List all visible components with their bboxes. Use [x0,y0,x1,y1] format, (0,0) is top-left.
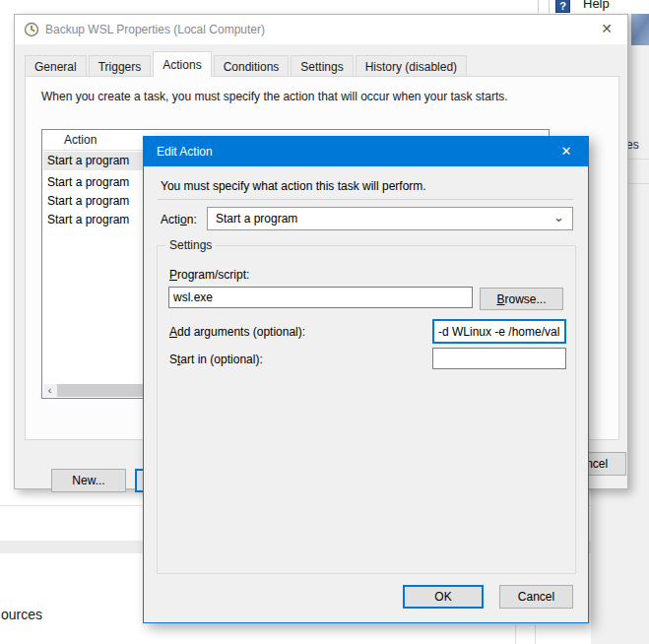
start-in-label: Start in (optional): [169,353,263,366]
add-arguments-label: Add arguments (optional): [169,325,305,339]
settings-groupbox-legend: Settings [165,238,216,252]
action-type-value: Start a program [216,212,297,225]
toolbar-separator [549,0,550,13]
help-menu-item[interactable]: Help [583,0,610,11]
divider [535,624,536,644]
screen: es ? Help ources Backup WSL Properties (… [0,0,649,644]
scroll-left-icon[interactable]: ‹ [43,384,56,397]
edit-action-titlebar[interactable]: Edit Action ✕ [144,137,588,166]
properties-window-title: Backup WSL Properties (Local Computer) [45,23,265,36]
program-script-label: Program/script: [169,268,249,282]
browse-button[interactable]: Browse... [480,288,563,310]
action-column-header[interactable]: Action [64,133,97,147]
toolbar-separator [538,0,539,13]
start-in-input[interactable] [432,348,566,369]
divider [515,624,516,644]
edit-action-close-icon[interactable]: ✕ [545,137,588,166]
tab-general[interactable]: General [25,55,87,77]
background-partial-text: ources [1,607,42,622]
properties-close-icon[interactable]: ✕ [588,15,625,43]
chevron-down-icon[interactable]: ⌄ [553,210,564,225]
background-toolbar: ? Help [0,0,649,14]
actions-description: When you create a task, you must specify… [41,90,508,103]
properties-titlebar[interactable]: Backup WSL Properties (Local Computer) ✕ [15,15,627,44]
ok-button[interactable]: OK [403,585,484,609]
cancel-button[interactable]: Cancel [499,585,573,609]
tab-triggers[interactable]: Triggers [89,55,152,77]
task-clock-icon [24,22,39,37]
divider [158,199,573,200]
edit-action-title: Edit Action [157,145,213,159]
help-icon[interactable]: ? [555,0,570,13]
add-arguments-input[interactable] [432,319,566,344]
tab-history[interactable]: History (disabled) [356,55,467,77]
settings-groupbox: Settings Program/script: Browse... Add a… [157,245,576,574]
tab-settings[interactable]: Settings [291,55,353,77]
edit-action-intro: You must specify what action this task w… [161,179,426,193]
action-label: Action: [161,213,197,226]
tab-strip: General Triggers Actions Conditions Sett… [25,51,469,77]
edit-action-dialog: Edit Action ✕ You must specify what acti… [143,136,589,623]
new-button[interactable]: New... [51,469,126,492]
tab-conditions[interactable]: Conditions [214,55,290,77]
tab-actions[interactable]: Actions [153,51,211,77]
program-script-input[interactable] [168,287,473,308]
action-type-select[interactable]: Start a program ⌄ [207,207,573,230]
